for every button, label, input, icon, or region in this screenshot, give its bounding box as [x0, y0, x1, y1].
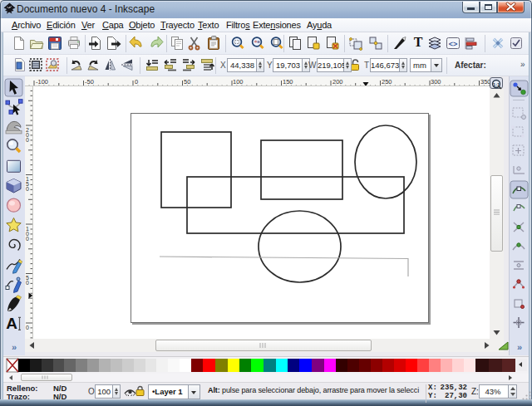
svg-text:300: 300 [431, 78, 441, 86]
svg-text:100: 100 [233, 78, 244, 86]
svg-text:»: » [517, 342, 522, 352]
svg-text:-50: -50 [85, 78, 94, 86]
svg-text:0: 0 [135, 78, 138, 86]
svg-text:0: 0 [26, 236, 29, 242]
svg-text:»: » [12, 342, 17, 352]
svg-text:50: 50 [184, 78, 190, 86]
svg-text:T: T [414, 35, 423, 49]
svg-text:250: 250 [382, 78, 392, 86]
svg-text:200: 200 [332, 78, 343, 86]
svg-text:0: 0 [26, 137, 29, 143]
svg-text:0: 0 [26, 186, 29, 192]
svg-text:350: 350 [480, 78, 490, 86]
svg-text:0: 0 [26, 280, 29, 286]
svg-text:-100: -100 [36, 78, 48, 86]
svg-text:150: 150 [283, 78, 293, 86]
svg-text:<>: <> [449, 40, 458, 48]
svg-text:0: 0 [26, 325, 29, 330]
svg-text:A: A [6, 315, 17, 332]
